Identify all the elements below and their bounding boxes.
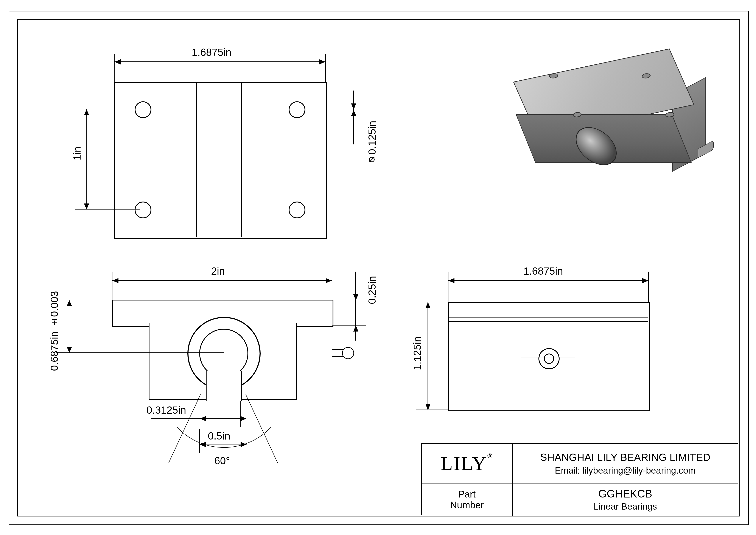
side-nipple-inner bbox=[544, 353, 554, 364]
arrowhead-icon bbox=[351, 110, 356, 116]
dim-line bbox=[114, 61, 326, 62]
dim-side-height: 1.125in bbox=[411, 336, 423, 370]
top-view-rib-left bbox=[196, 82, 197, 237]
dim-overall-width: 2in bbox=[211, 265, 225, 277]
front-slot bbox=[206, 371, 242, 401]
side-rib-line bbox=[448, 317, 648, 318]
grease-nipple bbox=[332, 345, 353, 360]
mount-hole-bl bbox=[135, 202, 151, 218]
pn-label-line1: Part bbox=[458, 489, 476, 500]
part-description: Linear Bearings bbox=[594, 501, 657, 512]
pn-value-cell: GGHEKCB Linear Bearings bbox=[512, 484, 738, 516]
ext-line bbox=[332, 299, 366, 300]
ext-line bbox=[325, 54, 326, 82]
arrowhead-icon bbox=[200, 416, 206, 421]
arrowhead-icon bbox=[67, 300, 72, 306]
side-rib-line bbox=[448, 321, 648, 322]
arrowhead-icon bbox=[319, 59, 325, 65]
ext-line bbox=[114, 54, 115, 82]
arrowhead-icon bbox=[240, 416, 246, 421]
part-number: GGHEKCB bbox=[598, 488, 652, 500]
arrowhead-icon bbox=[448, 278, 454, 283]
pn-label-line2: Number bbox=[450, 500, 484, 510]
dim-hole-pitch-v: 1in bbox=[71, 147, 83, 160]
pn-label-cell: Part Number bbox=[422, 484, 513, 516]
dim-center-height: 0.6875in ±0.003 bbox=[48, 291, 60, 371]
arrowhead-icon bbox=[84, 109, 89, 115]
dim-slot-width: 0.3125in bbox=[147, 404, 186, 416]
title-block: LILY® SHANGHAI LILY BEARING LIMITED Emai… bbox=[421, 443, 738, 515]
arrowhead-icon bbox=[425, 302, 431, 308]
top-view-rib-right bbox=[241, 82, 242, 237]
dim-hole-dia: ⌀0.125in bbox=[366, 121, 378, 167]
arrowhead-icon bbox=[84, 204, 89, 210]
ext-line bbox=[332, 325, 366, 326]
arrowhead-icon bbox=[351, 103, 356, 109]
arrowhead-icon bbox=[425, 404, 431, 410]
mount-hole-br bbox=[289, 202, 306, 218]
arrowhead-icon bbox=[353, 294, 358, 300]
dim-line bbox=[353, 91, 354, 144]
dim-line bbox=[448, 280, 649, 281]
ext-line bbox=[416, 409, 448, 410]
ext-line bbox=[448, 271, 448, 302]
title-block-bottom-row: Part Number GGHEKCB Linear Bearings bbox=[422, 483, 738, 516]
company-name: SHANGHAI LILY BEARING LIMITED bbox=[540, 451, 710, 463]
dim-line bbox=[112, 280, 332, 281]
company-email: Email: lilybearing@lily-bearing.com bbox=[555, 465, 696, 476]
dim-line bbox=[69, 299, 69, 353]
drawing-sheet: 1.6875in 1in ⌀0.125in bbox=[0, 0, 756, 535]
dim-side-width: 1.6875in bbox=[524, 265, 563, 277]
ext-line bbox=[648, 271, 649, 302]
ext-line bbox=[416, 302, 448, 302]
angle-arc bbox=[164, 422, 284, 479]
logo-name: LILY bbox=[441, 452, 487, 475]
dim-angle: 60° bbox=[214, 455, 230, 467]
arrowhead-icon bbox=[353, 325, 358, 331]
dim-line bbox=[427, 302, 428, 410]
arrowhead-icon bbox=[115, 59, 121, 65]
arrowhead-icon bbox=[112, 278, 119, 283]
arrowhead-icon bbox=[326, 278, 332, 283]
front-bore-inner bbox=[199, 329, 248, 378]
mount-hole-tl bbox=[135, 101, 151, 118]
ext-line bbox=[112, 271, 112, 299]
registered-mark-icon: ® bbox=[487, 452, 493, 460]
centerline bbox=[548, 332, 548, 384]
isometric-view bbox=[508, 49, 702, 179]
arrowhead-icon bbox=[642, 278, 648, 283]
ext-line bbox=[56, 299, 112, 300]
dim-line bbox=[86, 109, 87, 210]
company-cell: SHANGHAI LILY BEARING LIMITED Email: lil… bbox=[512, 444, 738, 483]
mount-hole-tr bbox=[289, 101, 306, 118]
dim-flange-thk: 0.25in bbox=[366, 276, 378, 304]
ext-line bbox=[56, 352, 224, 353]
dim-top-width: 1.6875in bbox=[192, 46, 231, 58]
arrowhead-icon bbox=[67, 347, 72, 353]
dim-line bbox=[151, 418, 241, 419]
ext-line bbox=[332, 271, 332, 299]
logo-text: LILY® bbox=[422, 444, 513, 483]
